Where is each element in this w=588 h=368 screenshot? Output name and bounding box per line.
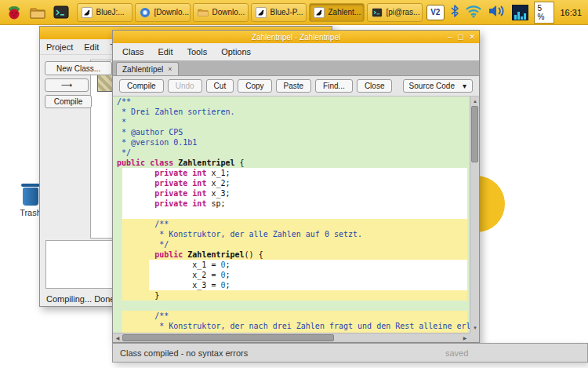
- code-text: private int sp;: [113, 199, 470, 209]
- taskbar-window-button[interactable]: [Downlo...: [135, 3, 191, 22]
- code-editor[interactable]: /** * Drei Zahlen sortieren. * * @author…: [113, 97, 470, 333]
- editor-menu-tools[interactable]: Tools: [187, 47, 207, 56]
- scroll-left-icon[interactable]: ◀: [113, 333, 122, 343]
- undo-button[interactable]: Undo: [168, 79, 202, 93]
- paste-button[interactable]: Paste: [276, 79, 312, 93]
- tab-close-icon[interactable]: ×: [168, 65, 172, 73]
- uses-arrow-button[interactable]: ⟶: [45, 78, 89, 92]
- code-line[interactable]: /**: [113, 97, 470, 107]
- code-line[interactable]: private int x_3;: [113, 188, 470, 199]
- code-line[interactable]: * Drei Zahlen sortieren.: [113, 107, 470, 117]
- taskbar-tray: V2 5 % 16:31: [426, 2, 585, 24]
- code-text: x_2 = 0;: [113, 270, 470, 280]
- taskbar-window-button[interactable]: Zahlent...: [309, 3, 365, 22]
- code-text: * Konstruktor, der alle Zahlen auf 0 set…: [113, 229, 470, 239]
- bluetooth-icon[interactable]: [450, 4, 459, 21]
- menu-project[interactable]: Project: [46, 42, 73, 52]
- volume-icon[interactable]: [488, 4, 506, 21]
- code-text: x_3 = 0;: [113, 280, 470, 290]
- scroll-up-icon[interactable]: ▲: [470, 97, 480, 106]
- code-text: * @version 0.1b1: [113, 137, 470, 148]
- code-line[interactable]: public class Zahlentripel {: [113, 158, 470, 168]
- main-status-text: Compiling... Done.: [46, 294, 118, 304]
- window-controls: – ▢ ✕: [448, 31, 475, 43]
- code-text: x_1 = 0;: [113, 260, 470, 270]
- editor-menu-class[interactable]: Class: [122, 47, 144, 56]
- tab-label: Zahlentripel: [122, 65, 163, 74]
- new-class-button[interactable]: New Class...: [45, 61, 112, 75]
- folder-icon: [197, 6, 209, 18]
- vertical-scrollbar[interactable]: ▲ ▼: [470, 97, 479, 333]
- code-text: /**: [113, 311, 470, 321]
- minimize-icon[interactable]: –: [448, 33, 452, 41]
- scroll-right-icon[interactable]: ▶: [460, 333, 470, 343]
- find-button[interactable]: Find...: [315, 79, 353, 93]
- taskbar-window-button[interactable]: Downlo...: [193, 3, 249, 22]
- code-text: private int x_2;: [113, 178, 470, 188]
- code-line[interactable]: */: [113, 148, 470, 158]
- close-icon[interactable]: ✕: [469, 33, 475, 41]
- vertical-scroll-thumb[interactable]: [471, 106, 478, 162]
- wifi-icon[interactable]: [465, 4, 482, 21]
- file-manager-icon[interactable]: [27, 2, 48, 23]
- taskbar-window-label: [pi@ras...: [386, 8, 419, 16]
- clock: 16:31: [560, 8, 582, 17]
- code-line[interactable]: private int sp;: [113, 199, 470, 209]
- editor-window: Zahlentripel - Zahlentripel – ▢ ✕ ClassE…: [112, 30, 480, 343]
- chevron-down-icon: ▾: [463, 82, 466, 90]
- editor-menu-edit[interactable]: Edit: [158, 47, 173, 56]
- view-selector-value: Source Code: [409, 82, 455, 90]
- compile-button[interactable]: Compile: [119, 79, 164, 93]
- code-line[interactable]: [113, 209, 470, 219]
- code-text: private int x_1;: [113, 168, 470, 178]
- editor-toolbar: CompileUndoCutCopyPasteFind...CloseSourc…: [113, 76, 479, 97]
- editor-menu-options[interactable]: Options: [221, 47, 251, 56]
- taskbar-window-button[interactable]: [pi@ras...: [367, 3, 423, 22]
- code-line[interactable]: [113, 301, 470, 311]
- editor-titlebar[interactable]: Zahlentripel - Zahlentripel – ▢ ✕: [113, 31, 479, 43]
- terminal-icon[interactable]: [51, 2, 71, 23]
- taskbar-window-list: BlueJ:...[Downlo...Downlo...BlueJ-P...Za…: [77, 3, 423, 22]
- code-line[interactable]: *: [113, 117, 470, 127]
- code-line[interactable]: /**: [113, 311, 470, 321]
- tab-zahlentripel[interactable]: Zahlentripel ×: [116, 62, 179, 75]
- code-line[interactable]: x_1 = 0;: [113, 260, 470, 270]
- scrollbar-corner: [470, 333, 479, 342]
- code-line[interactable]: * Konstruktor, der nach drei Zahlen frag…: [113, 321, 470, 331]
- code-line[interactable]: * @version 0.1b1: [113, 137, 470, 148]
- code-area-wrap: /** * Drei Zahlen sortieren. * * @author…: [113, 97, 479, 342]
- terminal-icon: [371, 6, 383, 18]
- close-button[interactable]: Close: [357, 79, 393, 93]
- code-text: public class Zahlentripel {: [113, 158, 470, 168]
- code-line[interactable]: private int x_1;: [113, 168, 470, 178]
- cut-button[interactable]: Cut: [206, 79, 234, 93]
- code-line[interactable]: x_3 = 0;: [113, 280, 470, 290]
- taskbar-window-button[interactable]: BlueJ:...: [77, 3, 132, 22]
- horizontal-scrollbar[interactable]: ◀ ▶: [113, 333, 470, 342]
- horizontal-scroll-thumb[interactable]: [122, 334, 334, 341]
- scroll-down-icon[interactable]: ▼: [470, 323, 480, 333]
- code-line[interactable]: /**: [113, 219, 470, 229]
- code-text: * Drei Zahlen sortieren.: [113, 107, 470, 117]
- code-text: * @author CPS: [113, 127, 470, 137]
- app-menu-icon[interactable]: [4, 2, 24, 23]
- vnc-icon[interactable]: V2: [426, 5, 445, 20]
- copy-button[interactable]: Copy: [238, 79, 271, 93]
- code-line[interactable]: private int x_2;: [113, 178, 470, 188]
- maximize-icon[interactable]: ▢: [457, 33, 464, 41]
- code-line[interactable]: * @author CPS: [113, 127, 470, 137]
- code-text: /**: [113, 219, 470, 229]
- compile-button[interactable]: Compile: [45, 95, 92, 108]
- code-line[interactable]: public Zahlentripel() {: [113, 250, 470, 260]
- taskbar: BlueJ:...[Downlo...Downlo...BlueJ-P...Za…: [0, 0, 588, 25]
- menu-edit[interactable]: Edit: [84, 42, 99, 52]
- code-line[interactable]: */: [113, 239, 470, 250]
- code-line[interactable]: }: [113, 290, 470, 301]
- cpu-monitor-icon[interactable]: [512, 5, 528, 20]
- code-text: [113, 209, 470, 219]
- code-line[interactable]: * Konstruktor, der alle Zahlen auf 0 set…: [113, 229, 470, 239]
- editor-menubar: ClassEditToolsOptions: [113, 43, 479, 60]
- view-selector-dropdown[interactable]: Source Code▾: [403, 79, 473, 93]
- code-line[interactable]: x_2 = 0;: [113, 270, 470, 280]
- taskbar-window-button[interactable]: BlueJ-P...: [251, 3, 307, 22]
